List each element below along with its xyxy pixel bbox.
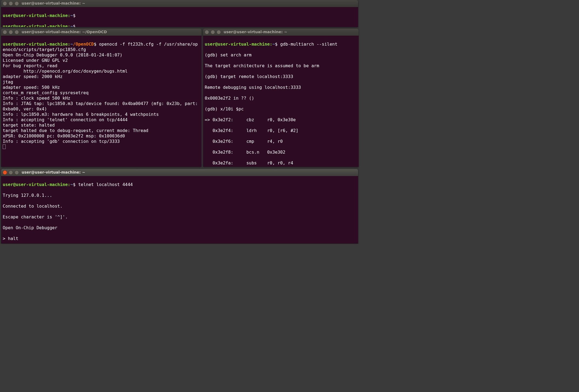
output-line: adapter speed: 500 kHz: [3, 85, 60, 90]
titlebar[interactable]: user@user-virtual-machine: ~: [1, 169, 358, 176]
output-line: (gdb) target remote localhost:3333: [205, 74, 357, 79]
output-line: Connected to localhost.: [3, 204, 356, 209]
desktop: user@user-virtual-machine: ~ user@user-v…: [0, 0, 359, 244]
output-line: Escape character is '^]'.: [3, 214, 356, 220]
window-title: user@user-virtual-machine: ~: [22, 170, 85, 175]
output-line: target halted due to debug-request, curr…: [3, 128, 148, 133]
prompt-user: user@user-virtual-machine: [3, 13, 68, 18]
prompt-path: ~: [70, 182, 73, 187]
output-line: 0x3e2fa: subs r0, r0, r4: [205, 160, 357, 166]
terminal-body[interactable]: user@user-virtual-machine:~$ telnet loca…: [1, 176, 358, 244]
output-line: The target architecture is assumed to be…: [205, 63, 357, 69]
window-title: user@user-virtual-machine: ~/OpenOCD: [22, 30, 107, 35]
output-line: > halt: [3, 236, 356, 241]
prompt-path: ~: [70, 13, 73, 18]
output-line: (gdb) x/10i $pc: [205, 106, 357, 112]
minimize-icon[interactable]: [9, 30, 13, 34]
terminal-window-gdb[interactable]: user@user-virtual-machine: ~ user@user-v…: [203, 29, 359, 167]
output-line: adapter speed: 2000 kHz: [3, 74, 63, 79]
window-title: user@user-virtual-machine: ~: [224, 30, 287, 35]
output-line: 0x3e2f6: cmp r4, r0: [205, 139, 357, 144]
close-icon[interactable]: [3, 170, 7, 175]
maximize-icon[interactable]: [217, 30, 221, 34]
output-line: http://openocd.org/doc/doxygen/bugs.html: [3, 69, 127, 74]
minimize-icon[interactable]: [211, 30, 215, 34]
maximize-icon[interactable]: [15, 30, 19, 34]
output-line: 0x0003e2f2 in ?? (): [205, 96, 357, 101]
output-line: 0x3e2f8: bcs.n 0x3e302: [205, 150, 357, 155]
output-line: For bug reports, read: [3, 63, 57, 68]
minimize-icon[interactable]: [9, 1, 13, 6]
output-line: => 0x3e2f2: cbz r0, 0x3e30e: [205, 117, 357, 123]
titlebar[interactable]: user@user-virtual-machine: ~: [1, 0, 358, 7]
output-line: Remote debugging using localhost:3333: [205, 85, 357, 90]
terminal-window-top[interactable]: user@user-virtual-machine: ~ user@user-v…: [1, 0, 358, 27]
prompt-path: ~: [70, 42, 73, 47]
output-line: Info : accepting 'telnet' connection on …: [3, 117, 127, 122]
terminal-body[interactable]: user@user-virtual-machine:~/OpenOCD$ ope…: [1, 36, 201, 157]
output-line: (gdb) set arch arm: [205, 52, 357, 58]
prompt-path: ~: [272, 42, 275, 47]
output-line: Info : clock speed 500 kHz: [3, 96, 70, 101]
terminal-body[interactable]: user@user-virtual-machine:~$ gdb-multiar…: [203, 36, 359, 167]
terminal-window-openocd[interactable]: user@user-virtual-machine: ~/OpenOCD use…: [1, 29, 201, 167]
prompt-user: user@user-virtual-machine: [3, 42, 68, 47]
output-line: Info : JTAG tap: lpc1850.m3 tap/device f…: [3, 101, 200, 111]
maximize-icon[interactable]: [15, 170, 19, 175]
titlebar[interactable]: user@user-virtual-machine: ~/OpenOCD: [1, 29, 201, 36]
output-line: Info : accepting 'gdb' connection on tcp…: [3, 139, 120, 144]
minimize-icon[interactable]: [9, 170, 13, 175]
close-icon[interactable]: [205, 30, 209, 34]
prompt-user: user@user-virtual-machine: [3, 182, 68, 187]
output-line: Licensed under GNU GPL v2: [3, 58, 68, 63]
close-icon[interactable]: [3, 30, 7, 34]
prompt-user: user@user-virtual-machine: [205, 42, 270, 47]
output-line: xPSR: 0x21000000 pc: 0x0003e2f2 msp: 0x1…: [3, 133, 125, 138]
output-line: jtag: [3, 79, 13, 85]
terminal-body[interactable]: user@user-virtual-machine:~$ user@user-v…: [1, 7, 358, 27]
output-line: target state: halted: [3, 123, 55, 128]
maximize-icon[interactable]: [15, 1, 19, 6]
output-line: Trying 127.0.0.1...: [3, 193, 356, 198]
output-line: 0x3e2f4: ldrh r0, [r6, #2]: [205, 128, 357, 133]
prompt-path-extra: /OpenOCD: [73, 42, 94, 47]
output-line: Open On-Chip Debugger 0.9.0 (2018-01-24-…: [3, 52, 122, 58]
cursor-icon: [3, 144, 6, 149]
output-line: Info : lpc1850.m3: hardware has 6 breakp…: [3, 112, 159, 117]
output-line: cortex_m reset_config sysresetreq: [3, 90, 89, 95]
output-line: Open On-Chip Debugger: [3, 225, 356, 231]
close-icon[interactable]: [3, 1, 7, 6]
terminal-window-telnet[interactable]: user@user-virtual-machine: ~ user@user-v…: [1, 169, 358, 244]
window-title: user@user-virtual-machine: ~: [22, 1, 85, 6]
titlebar[interactable]: user@user-virtual-machine: ~: [203, 29, 359, 36]
command-line: gdb-multiarch --silent: [280, 42, 337, 47]
command-line: telnet localhost 4444: [78, 182, 133, 187]
